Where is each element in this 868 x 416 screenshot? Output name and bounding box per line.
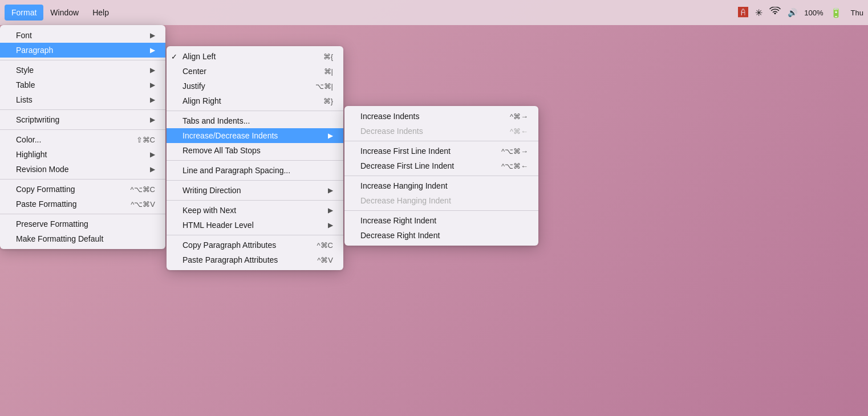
menu-item-justify[interactable]: Justify ⌥⌘|	[167, 79, 343, 93]
font-arrow: ▶	[150, 31, 155, 39]
html-header-label: HTML Header Level	[182, 221, 323, 230]
font-label: Font	[16, 31, 145, 40]
menu-item-line-spacing[interactable]: Line and Paragraph Spacing...	[167, 163, 343, 178]
align-left-check: ✓	[171, 52, 177, 61]
para-sep1	[167, 111, 343, 111]
preserve-label: Preserve Formatting	[16, 219, 155, 229]
menu-item-increase-hanging[interactable]: Increase Hanging Indent	[344, 178, 538, 193]
menubar-format[interactable]: Format	[5, 5, 43, 21]
color-label: Color...	[16, 135, 113, 144]
menu-item-tabs-indents[interactable]: Tabs and Indents...	[167, 113, 343, 128]
paragraph-arrow: ▶	[150, 46, 155, 54]
privacy-icon: 🅰	[738, 7, 748, 19]
color-shortcut: ⇧⌘C	[136, 136, 155, 144]
increase-decrease-arrow: ▶	[328, 132, 333, 140]
highlight-arrow: ▶	[150, 150, 155, 158]
increase-first-shortcut: ^⌥⌘→	[501, 147, 528, 156]
increase-hanging-label: Increase Hanging Indent	[360, 181, 528, 190]
menu-item-copy-para[interactable]: Copy Paragraph Attributes ^⌘C	[167, 238, 343, 252]
menu-item-writing-dir[interactable]: Writing Direction ▶	[167, 183, 343, 198]
sep2	[0, 109, 165, 110]
center-shortcut: ⌘|	[324, 67, 333, 76]
align-right-shortcut: ⌘}	[323, 97, 333, 105]
window-label: Window	[50, 8, 79, 17]
keep-next-arrow: ▶	[328, 206, 333, 214]
dropdown-container: Font ▶ Paragraph ▶ Style ▶ Table ▶ Lists…	[0, 25, 538, 270]
increase-decrease-label: Increase/Decrease Indents	[182, 131, 323, 140]
indent-sep3	[344, 210, 538, 211]
menu-item-paste-formatting[interactable]: Paste Formatting ^⌥⌘V	[0, 197, 165, 211]
menu-item-color[interactable]: Color... ⇧⌘C	[0, 132, 165, 147]
justify-label: Justify	[182, 81, 293, 91]
wifi-icon	[769, 7, 781, 18]
sep5	[0, 214, 165, 214]
battery-percent: 100%	[804, 9, 823, 17]
menubar-help[interactable]: Help	[86, 5, 116, 21]
increase-first-label: Increase First Line Indent	[360, 146, 490, 156]
copy-fmt-shortcut: ^⌥⌘C	[131, 185, 156, 194]
table-arrow: ▶	[150, 81, 155, 89]
menu-item-highlight[interactable]: Highlight ▶	[0, 147, 165, 162]
align-left-shortcut: ⌘{	[323, 52, 333, 61]
menu-item-decrease-hanging[interactable]: Decrease Hanging Indent	[344, 193, 538, 208]
make-default-label: Make Formatting Default	[16, 234, 155, 243]
menu-item-increase-indents[interactable]: Increase Indents ^⌘→	[344, 109, 538, 124]
paragraph-menu: ✓ Align Left ⌘{ Center ⌘| Justify ⌥⌘| Al…	[167, 46, 343, 270]
indent-sep2	[344, 176, 538, 176]
menubar-right: 🅰 ✳ 🔊 100% 🔋 Thu	[738, 7, 863, 19]
time-display: Thu	[851, 9, 863, 17]
highlight-label: Highlight	[16, 150, 145, 159]
menu-item-paragraph[interactable]: Paragraph ▶	[0, 43, 165, 58]
menu-item-increase-right[interactable]: Increase Right Indent	[344, 213, 538, 228]
menu-item-lists[interactable]: Lists ▶	[0, 92, 165, 107]
revision-label: Revision Mode	[16, 165, 145, 174]
menu-item-align-left[interactable]: ✓ Align Left ⌘{	[167, 49, 343, 64]
menu-item-keep-next[interactable]: Keep with Next ▶	[167, 203, 343, 218]
sep4	[0, 179, 165, 180]
menu-item-decrease-first[interactable]: Decrease First Line Indent ^⌥⌘←	[344, 158, 538, 173]
table-label: Table	[16, 80, 145, 89]
menu-item-increase-first[interactable]: Increase First Line Indent ^⌥⌘→	[344, 144, 538, 158]
decrease-indents-shortcut: ^⌘←	[510, 127, 528, 136]
align-right-label: Align Right	[182, 96, 301, 105]
lists-label: Lists	[16, 95, 145, 104]
menu-item-paste-para[interactable]: Paste Paragraph Attributes ^⌘V	[167, 252, 343, 267]
menu-item-html-header[interactable]: HTML Header Level ▶	[167, 218, 343, 233]
menu-item-scriptwriting[interactable]: Scriptwriting ▶	[0, 112, 165, 127]
menu-item-decrease-right[interactable]: Decrease Right Indent	[344, 228, 538, 243]
paste-fmt-shortcut: ^⌥⌘V	[131, 200, 155, 209]
menu-item-increase-decrease[interactable]: Increase/Decrease Indents ▶	[167, 128, 343, 143]
increase-right-label: Increase Right Indent	[360, 216, 528, 225]
scriptwriting-arrow: ▶	[150, 116, 155, 124]
menu-item-preserve[interactable]: Preserve Formatting	[0, 217, 165, 231]
help-label: Help	[92, 8, 109, 17]
decrease-indents-label: Decrease Indents	[360, 127, 498, 136]
sep1	[0, 60, 165, 60]
indents-menu: Increase Indents ^⌘→ Decrease Indents ^⌘…	[344, 106, 538, 246]
copy-fmt-label: Copy Formatting	[16, 185, 108, 194]
style-arrow: ▶	[150, 66, 155, 74]
center-label: Center	[182, 67, 301, 76]
menu-item-remove-tab-stops[interactable]: Remove All Tab Stops	[167, 143, 343, 158]
menu-item-revision[interactable]: Revision Mode ▶	[0, 162, 165, 177]
menu-item-center[interactable]: Center ⌘|	[167, 64, 343, 79]
menu-item-align-right[interactable]: Align Right ⌘}	[167, 93, 343, 108]
format-label: Format	[11, 8, 36, 17]
format-menu: Font ▶ Paragraph ▶ Style ▶ Table ▶ Lists…	[0, 25, 165, 249]
menu-item-decrease-indents[interactable]: Decrease Indents ^⌘←	[344, 124, 538, 138]
menu-item-table[interactable]: Table ▶	[0, 78, 165, 92]
paste-para-shortcut: ^⌘V	[317, 256, 333, 264]
para-sep5	[167, 235, 343, 235]
increase-indents-label: Increase Indents	[360, 112, 498, 121]
menu-item-copy-formatting[interactable]: Copy Formatting ^⌥⌘C	[0, 182, 165, 197]
menu-item-style[interactable]: Style ▶	[0, 63, 165, 78]
menubar: Format Window Help 🅰 ✳ 🔊 100% 🔋 Thu	[0, 0, 868, 25]
menu-item-font[interactable]: Font ▶	[0, 28, 165, 43]
paste-fmt-label: Paste Formatting	[16, 199, 108, 209]
menu-item-make-default[interactable]: Make Formatting Default	[0, 231, 165, 246]
volume-icon: 🔊	[788, 8, 797, 17]
menubar-window[interactable]: Window	[43, 5, 86, 21]
bluetooth-icon: ✳	[755, 7, 762, 18]
scriptwriting-label: Scriptwriting	[16, 115, 145, 124]
writing-dir-arrow: ▶	[328, 186, 333, 194]
